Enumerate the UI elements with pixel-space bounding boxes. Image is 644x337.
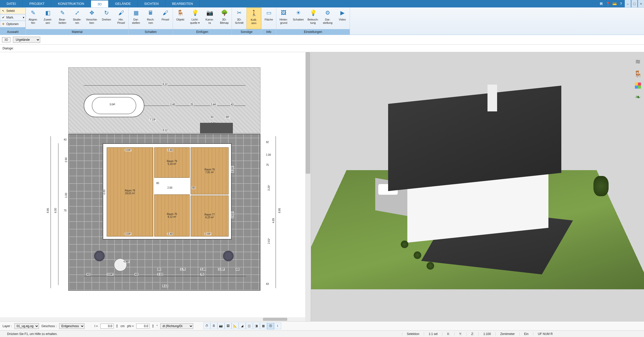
bottom-tool-7[interactable]: ◨ [253,323,260,329]
ribbon-btn-label: Drehen [102,18,111,21]
angle-unit-icon: ° [157,324,158,328]
ribbon-dbitmap-button[interactable]: 🌳3D- Bitmap [217,8,232,29]
ribbon-icon: 🪑 [176,9,185,17]
ribbon-dschnitt-button[interactable]: ✂3D- Schnitt [232,8,247,29]
dim-text: 43 [135,273,138,276]
close-button[interactable]: × [638,0,644,7]
ribbon-darstellen-button[interactable]: ▦Dar- stellen [129,8,143,29]
menu-tab-sichten[interactable]: SICHTEN [138,0,165,7]
ribbon-beleuchtung-button[interactable]: 💡Beleuch- tung [306,8,320,29]
ribbon-abgreifen-button[interactable]: ✎Abgrei- fen [26,8,40,29]
render-viewport-3d[interactable]: ≋ 🪑 ❧ [311,52,644,321]
dim-text: 9.12 [162,129,168,132]
ribbon-video-button[interactable]: ▶Video [335,8,350,29]
bottom-tool-9[interactable]: Ⓝ [267,323,274,329]
layer-select[interactable]: 01_ug,eg,og [14,323,39,329]
bottom-tool-0[interactable]: ⏱ [203,323,210,329]
card-icon[interactable]: 💳 [611,0,618,7]
help-icon[interactable]: ? [618,0,624,7]
marker-icon[interactable]: 📍 [605,0,611,7]
dim-text: 2.61⁵ [268,237,270,244]
ribbon-hintergrund-button[interactable]: 🖼Hinter- grund [276,8,291,29]
mode-select[interactable]: dl (Richtung/Di [160,323,193,329]
ribbon-kamera-button[interactable]: 📷Kame- ra [202,8,217,29]
menu-tab-projekt[interactable]: PROJEKT [23,0,51,7]
scrollbar-thumb[interactable] [263,318,287,321]
dim-text: 3.04⁵ [107,273,114,276]
status-ratio: 1:1 sel [424,332,442,336]
dim-text: 6.00 [54,208,57,213]
ribbon-btn-label: Hinter- grund [279,18,288,25]
ribbon-btn-label: Skalie- ren [73,18,81,25]
ribbon-icon: ⚙ [323,9,332,17]
layers-icon[interactable]: ≋ [635,58,641,66]
ribbon: ↖Selekt ✔Mark.▾ ✚Optionen Auswahl ✎Abgre… [0,8,644,35]
ribbon-schatten-button[interactable]: ☀Schatten [291,8,306,29]
ribbon-lichtquelle-button[interactable]: 💡Licht- quelle ▾ [188,8,202,29]
dim-text: 2.10 [157,273,163,276]
select-button[interactable]: ↖Selekt [0,8,26,14]
ribbon-icon: 🖌 [117,9,125,17]
ribbon-verschieben-button[interactable]: ✥Verschie- ben [84,8,99,29]
dim-text: 8.86 [278,208,281,213]
ribbon-kollision-button[interactable]: 🚶Kolli- sion [247,8,261,29]
dim-text: 6.00 [103,189,106,195]
dim-text: 43 [230,103,234,106]
plan-viewport-2d[interactable]: 9.12 3.04⁵ 7.19⁵ 2.40 25 2.44¹ 43 93 99⁵… [0,52,311,321]
ribbon-drehen-button[interactable]: ↻Drehen [99,8,114,29]
ribbon-darstellung-button[interactable]: ⚙Dar- stellung [320,8,335,29]
ribbon-objekt-button[interactable]: 🪑Objekt [173,8,188,29]
ribbon-rechnen-button[interactable]: 🖩Rech- nen [143,8,158,29]
tiles-icon[interactable] [635,83,641,89]
room-name: Raum 77 [205,213,215,216]
dialog-label: Dialoge: [3,47,14,50]
ribbon-selection-column: ↖Selekt ✔Mark.▾ ✚Optionen Auswahl [0,8,26,35]
vertical-scrollbar[interactable] [305,52,311,321]
ribbon-hinpinsel-button[interactable]: 🖌Hin. Pinsel [114,8,128,29]
menu-tab-3d[interactable]: 3D [91,0,109,7]
ribbon-pinsel-button[interactable]: 🖌Pinsel [158,8,173,29]
menu-tab-bearbeiten[interactable]: BEARBEITEN [165,0,199,7]
wrench-icon[interactable]: 🛠 [598,0,605,7]
options-button[interactable]: ✚Optionen [0,21,26,27]
length-input[interactable] [100,324,114,329]
bottom-tool-3[interactable]: 🖼 [225,323,232,329]
bottom-tool-2[interactable]: 📷 [217,323,225,329]
terrain-select[interactable]: Urgelände [13,37,40,43]
length-label: l = [95,324,98,328]
room-name: Raum 79 [167,160,177,163]
ribbon-btn-label: Objekt [176,18,184,21]
bottom-tool-8[interactable]: ▦ [260,323,267,329]
room-name: Raum 76 [205,168,215,171]
scrollbar-thumb[interactable] [306,52,310,174]
chair-icon[interactable]: 🪑 [634,70,642,78]
ribbon-icon: ◧ [43,9,52,17]
minimize-button[interactable]: – [625,0,631,7]
room-area: 5,10 m² [168,163,176,165]
ribbon-bearbeiten-button[interactable]: ✎Bear- beiten [55,8,70,29]
menu-tab-gelände[interactable]: GELÄNDE [108,0,138,7]
geschoss-select[interactable]: Erdgeschoss [59,323,84,329]
maximize-button[interactable]: □ [631,0,637,7]
bottom-tool-10[interactable]: i [274,323,281,329]
menu-tab-konstruktion[interactable]: KONSTRUKTION [51,0,91,7]
ribbon-skalieren-button[interactable]: ⤢Skalie- ren [70,8,84,29]
spin-down-icon[interactable]: ▼ [152,326,154,328]
bottom-tool-1[interactable]: 🗓 [210,323,217,329]
ribbon-flche-button[interactable]: ▭Fläche [261,8,276,29]
mark-button[interactable]: ✔Mark.▾ [0,14,26,21]
bottom-tool-5[interactable]: ◢ [239,323,246,329]
bottom-tool-6[interactable]: ◫ [246,323,253,329]
ribbon-zuweisen-button[interactable]: ◧Zuwei- sen [40,8,55,29]
dim-text: 1.00 [265,153,271,156]
dim-text: 43 [86,273,90,276]
spin-down-icon[interactable]: ▼ [116,326,118,328]
horizontal-scrollbar[interactable] [0,317,305,321]
bottom-tool-4[interactable]: 📐 [232,323,239,329]
tree-icon[interactable]: ❧ [635,93,641,101]
dim-text: 3.04⁵ [109,103,116,106]
phi-input[interactable] [136,324,149,329]
menu-tab-datei[interactable]: DATEI [0,0,23,7]
render-scene [311,52,632,321]
room-name: Raum 78 [125,189,135,192]
